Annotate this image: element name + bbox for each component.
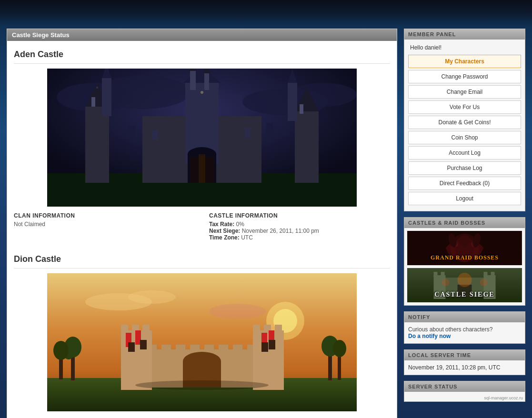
svg-rect-30 bbox=[245, 128, 251, 138]
svg-rect-18 bbox=[295, 111, 319, 183]
server-status-panel: SERVER STATUS sql-manager.ucoz.ru bbox=[404, 381, 525, 402]
logout-button[interactable]: Logout bbox=[408, 192, 521, 205]
svg-marker-15 bbox=[189, 69, 197, 71]
svg-rect-92 bbox=[441, 272, 445, 277]
notify-header: NOTIFY bbox=[404, 312, 525, 322]
purchase-log-button[interactable]: Purchase Log bbox=[408, 161, 521, 175]
aden-castle-image bbox=[14, 69, 390, 207]
svg-rect-47 bbox=[338, 355, 341, 380]
direct-feedback-button[interactable]: Direct Feedback (0) bbox=[408, 177, 521, 190]
timezone-label: Time Zone: bbox=[209, 234, 240, 241]
next-siege: Next Siege: November 26, 2011, 11:00 pm bbox=[209, 228, 390, 234]
svg-rect-43 bbox=[59, 357, 63, 379]
tax-value: 0% bbox=[236, 221, 244, 228]
castles-raids-panel: CASTLES & RAID BOSSES bbox=[404, 217, 525, 306]
account-log-button[interactable]: Account Log bbox=[408, 146, 521, 159]
member-panel-body: Hello daniel! My Characters Change Passw… bbox=[404, 40, 525, 211]
svg-point-78 bbox=[135, 380, 269, 390]
castles-images-body: GRAND RAID BOSSES bbox=[404, 228, 525, 305]
server-status-body: sql-manager.ucoz.ru bbox=[404, 392, 525, 401]
svg-rect-16 bbox=[204, 73, 209, 90]
timezone-value: UTC bbox=[241, 234, 253, 241]
local-server-time-panel: LOCAL SERVER TIME November 19, 2011, 10:… bbox=[404, 349, 525, 375]
local-server-time-header: LOCAL SERVER TIME bbox=[404, 350, 525, 360]
svg-rect-14 bbox=[190, 71, 196, 90]
notify-panel: NOTIFY Curious about others characters? … bbox=[404, 311, 525, 344]
svg-rect-67 bbox=[275, 325, 282, 332]
svg-rect-94 bbox=[491, 272, 495, 277]
notify-text: Curious about others characters? bbox=[408, 326, 492, 333]
castle-siege-box[interactable]: CASTLE SIEGE bbox=[407, 268, 522, 302]
svg-point-32 bbox=[96, 87, 98, 89]
tax-rate: Tax Rate: 0% bbox=[209, 221, 390, 228]
svg-rect-63 bbox=[142, 325, 150, 332]
svg-rect-93 bbox=[484, 272, 488, 277]
svg-rect-54 bbox=[190, 345, 200, 352]
raid-boss-label: GRAND RAID BOSSES bbox=[407, 254, 522, 261]
svg-rect-76 bbox=[261, 342, 268, 352]
svg-point-96 bbox=[458, 273, 472, 287]
aden-castle-info: CASTLE INFORMATION Tax Rate: 0% Next Sie… bbox=[209, 212, 390, 241]
server-status-header: SERVER STATUS bbox=[404, 381, 525, 392]
change-password-button[interactable]: Change Password bbox=[408, 70, 521, 83]
svg-rect-29 bbox=[152, 130, 158, 140]
svg-point-44 bbox=[53, 341, 69, 360]
svg-rect-27 bbox=[128, 126, 135, 138]
svg-rect-65 bbox=[253, 325, 260, 332]
timezone: Time Zone: UTC bbox=[209, 234, 390, 241]
svg-point-97 bbox=[442, 279, 450, 286]
dion-castle-section: Dion Castle bbox=[14, 250, 390, 411]
svg-rect-52 bbox=[161, 345, 171, 352]
change-email-button[interactable]: Change Email bbox=[408, 85, 521, 99]
castles-raids-header: CASTLES & RAID BOSSES bbox=[404, 218, 525, 228]
svg-rect-53 bbox=[176, 345, 185, 352]
aden-clan-info: CLAN INFORMATION Not Claimed bbox=[14, 212, 195, 241]
hello-text: Hello daniel! bbox=[408, 43, 521, 52]
svg-rect-20 bbox=[300, 104, 303, 114]
notify-link[interactable]: Do a notify now bbox=[408, 333, 451, 339]
svg-point-31 bbox=[201, 91, 203, 94]
sidebar: MEMBER PANEL Hello daniel! My Characters… bbox=[404, 29, 525, 418]
clan-heading: CLAN INFORMATION bbox=[14, 212, 195, 219]
main-header: Castle Siege Status bbox=[7, 29, 397, 41]
next-siege-value: November 26, 2011, 11:00 pm bbox=[242, 228, 319, 234]
donate-coins-button[interactable]: Donate & Get Coins! bbox=[408, 116, 521, 129]
coin-shop-button[interactable]: Coin Shop bbox=[408, 131, 521, 144]
dion-castle-title: Dion Castle bbox=[14, 250, 390, 269]
svg-rect-74 bbox=[128, 342, 135, 352]
svg-rect-26 bbox=[199, 154, 205, 183]
svg-rect-6 bbox=[85, 107, 109, 183]
main-body: Aden Castle bbox=[7, 41, 397, 418]
member-panel-header: MEMBER PANEL bbox=[404, 29, 525, 40]
svg-rect-9 bbox=[102, 78, 111, 116]
svg-rect-61 bbox=[121, 325, 128, 332]
svg-rect-28 bbox=[266, 123, 273, 135]
aden-castle-section: Aden Castle bbox=[14, 46, 390, 241]
svg-point-37 bbox=[128, 290, 176, 304]
vote-for-us-button[interactable]: Vote For Us bbox=[408, 100, 521, 114]
server-time-value: November 19, 2011, 10:28 pm, UTC bbox=[408, 364, 500, 371]
svg-rect-56 bbox=[219, 345, 228, 352]
member-panel: MEMBER PANEL Hello daniel! My Characters… bbox=[404, 29, 525, 211]
aden-info-row: CLAN INFORMATION Not Claimed CASTLE INFO… bbox=[14, 212, 390, 241]
castle-info-heading: CASTLE INFORMATION bbox=[209, 212, 390, 219]
svg-point-69 bbox=[183, 352, 221, 371]
aden-castle-title: Aden Castle bbox=[14, 46, 390, 64]
svg-rect-21 bbox=[288, 83, 297, 121]
raid-boss-box[interactable]: GRAND RAID BOSSES bbox=[407, 231, 522, 265]
dion-castle-image bbox=[14, 273, 390, 411]
my-characters-button[interactable]: My Characters bbox=[408, 55, 521, 68]
notify-body: Curious about others characters? Do a no… bbox=[404, 322, 525, 343]
watermark: sql-manager.ucoz.ru bbox=[484, 396, 523, 400]
main-content: Castle Siege Status Aden Castle bbox=[7, 29, 397, 418]
svg-rect-8 bbox=[91, 97, 95, 107]
tax-label: Tax Rate: bbox=[209, 221, 234, 228]
svg-point-98 bbox=[480, 279, 488, 286]
svg-rect-75 bbox=[140, 340, 147, 349]
svg-rect-45 bbox=[328, 353, 332, 380]
next-siege-label: Next Siege: bbox=[209, 228, 240, 234]
svg-rect-91 bbox=[434, 272, 438, 277]
castle-siege-label: CASTLE SIEGE bbox=[407, 291, 522, 299]
svg-rect-57 bbox=[233, 345, 242, 352]
clan-status: Not Claimed bbox=[14, 221, 195, 228]
